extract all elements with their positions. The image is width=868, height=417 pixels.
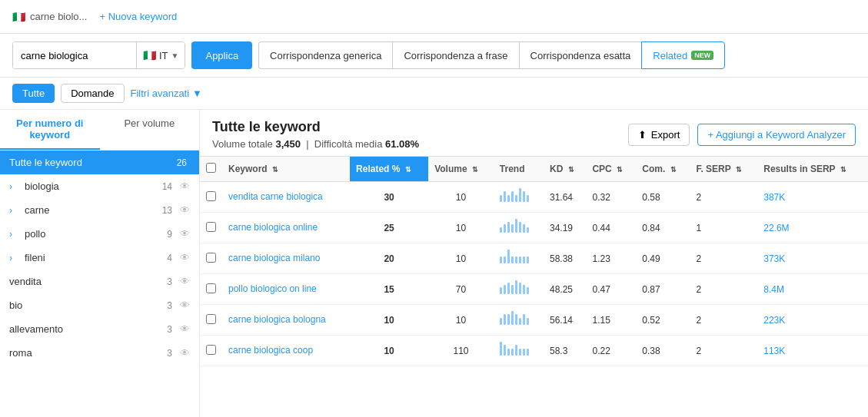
sidebar-item-carne[interactable]: › carne 13 👁 [0,198,199,222]
svg-rect-29 [519,283,521,294]
keyword-link[interactable]: carne biologica online [228,222,318,233]
sidebar-count: 13 [162,205,172,216]
col-com[interactable]: Com. ⇅ [636,157,690,182]
new-keyword-button[interactable]: + Nuova keyword [99,11,177,22]
sidebar-label: fileni [25,252,162,263]
results-link[interactable]: 373K [763,253,785,264]
search-area: 🇮🇹 IT ▼ Applica Corrispondenza generica … [0,34,868,78]
row-checkbox[interactable] [206,222,216,232]
row-checkbox[interactable] [206,191,216,201]
results-link[interactable]: 223K [763,315,785,326]
match-tab-exact[interactable]: Corrispondenza esatta [519,41,642,69]
com-value: 0.52 [642,315,660,326]
eye-icon[interactable]: 👁 [180,347,190,359]
svg-rect-35 [511,311,514,325]
sort-icon: ⇅ [617,166,623,174]
language-selector[interactable]: 🇮🇹 IT ▼ [136,42,185,68]
match-tab-phrase[interactable]: Corrispondenza a frase [392,41,518,69]
sidebar-item-roma[interactable]: roma 3 👁 [0,341,199,365]
col-related-pct[interactable]: Related % ⇅ [350,157,428,182]
volume-value: 10 [456,253,466,264]
match-tab-related[interactable]: Related NEW [641,41,725,69]
svg-rect-38 [523,314,525,325]
volume-value: 110 [453,346,468,356]
sidebar-tab-by-volume[interactable]: Per volume [100,110,200,150]
svg-rect-26 [507,283,510,294]
keyword-link[interactable]: carne biologica bologna [228,314,326,325]
results-link[interactable]: 8.4M [763,284,784,295]
col-keyword[interactable]: Keyword ⇅ [222,157,350,182]
cpc-value: 1.23 [592,253,610,264]
kd-value: 48.25 [550,284,573,295]
svg-rect-21 [519,256,521,263]
advanced-filter[interactable]: Filtri avanzati ▼ [131,88,202,99]
eye-icon[interactable]: 👁 [180,323,190,335]
questions-filter-button[interactable]: Domande [61,84,124,103]
keyword-link[interactable]: carne biologica milano [228,253,320,263]
table-row: vendita carne biologica 301031.640.320.5… [200,182,868,213]
svg-rect-43 [511,349,514,356]
fserp-value: 2 [696,346,701,356]
search-input[interactable] [13,42,136,68]
keyword-link[interactable]: pollo biologico on line [228,283,317,294]
kd-value: 34.19 [550,223,573,233]
table-stats: Volume totale 3,450 | Difficoltà media 6… [212,138,419,150]
sidebar-item-biologia[interactable]: › biologia 14 👁 [0,174,199,198]
sidebar-item-bio[interactable]: bio 3 👁 [0,293,199,317]
all-filter-button[interactable]: Tutte [12,84,55,103]
add-analyzer-button[interactable]: + Aggiungi a Keyword Analyzer [697,124,856,146]
table-row: carne biologica coop 1011058.30.220.3821… [200,336,868,366]
row-checkbox[interactable] [206,314,216,324]
sidebar-item-all[interactable]: Tutte le keyword 26 [0,151,199,174]
sidebar-label: pollo [25,228,162,240]
svg-rect-10 [507,222,510,233]
svg-rect-40 [500,342,502,356]
difficulty-label: Difficoltà media [314,138,383,150]
row-checkbox[interactable] [206,283,216,293]
volume-value: 70 [456,284,466,295]
results-link[interactable]: 22.6M [763,223,789,233]
related-pct: 20 [384,253,394,264]
sidebar-item-pollo[interactable]: › pollo 9 👁 [0,222,199,246]
svg-rect-12 [515,219,517,233]
eye-icon[interactable]: 👁 [180,300,190,311]
fserp-value: 1 [696,223,701,233]
chevron-right-icon: › [9,205,20,216]
sidebar-item-allevamento[interactable]: allevamento 3 👁 [0,317,199,341]
keyword-link[interactable]: vendita carne biologica [228,191,323,202]
col-cpc[interactable]: CPC ⇅ [586,157,636,182]
results-link[interactable]: 387K [763,192,785,203]
apply-button[interactable]: Applica [191,41,252,69]
match-tab-generic[interactable]: Corrispondenza generica [258,41,392,69]
eye-icon[interactable]: 👁 [180,204,190,216]
difficulty-value: 61.08% [385,138,419,150]
col-fserp[interactable]: F. SERP ⇅ [690,157,757,182]
svg-rect-42 [507,349,510,356]
sidebar-item-vendita[interactable]: vendita 3 👁 [0,270,199,293]
eye-icon[interactable]: 👁 [180,228,190,240]
export-button[interactable]: ⬆ Export [628,124,690,146]
svg-rect-46 [523,349,525,356]
table-row: carne biologica bologna 101056.141.150.5… [200,305,868,336]
sidebar-tab-by-count[interactable]: Per numero di keyword [0,110,100,150]
trend-sparkline [500,188,530,204]
keyword-link[interactable]: carne biologica coop [228,345,313,356]
eye-icon[interactable]: 👁 [180,180,190,192]
results-link[interactable]: 113K [763,346,785,356]
sidebar-item-fileni[interactable]: › fileni 4 👁 [0,246,199,270]
col-volume[interactable]: Volume ⇅ [428,157,494,182]
eye-icon[interactable]: 👁 [180,252,190,263]
svg-rect-9 [504,224,506,233]
row-checkbox[interactable] [206,253,216,263]
col-results[interactable]: Results in SERP ⇅ [757,157,868,182]
kd-value: 58.3 [550,346,567,356]
svg-rect-28 [515,280,517,294]
col-kd[interactable]: KD ⇅ [544,157,586,182]
select-all-checkbox[interactable] [206,163,216,173]
sidebar-label: allevamento [9,323,162,335]
trend-sparkline [500,250,530,265]
current-tab[interactable]: 🇮🇹 carne biolo... [12,11,87,23]
row-checkbox[interactable] [206,345,216,355]
svg-rect-5 [519,188,521,202]
eye-icon[interactable]: 👁 [180,276,190,287]
